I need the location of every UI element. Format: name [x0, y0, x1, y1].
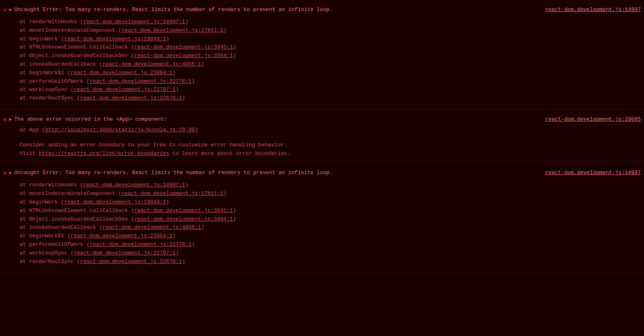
stack-link-1-6[interactable]: react-dom.development.js:23964:1	[71, 70, 173, 76]
consider-text-block: Consider adding an error boundary to you…	[0, 138, 644, 161]
stack-link-1-9[interactable]: react-dom.development.js:22670:1	[80, 95, 182, 101]
stack-link-3-7[interactable]: react-dom.development.js:22776:1	[90, 241, 192, 248]
stack-line-3-7: at performUnitOfWork (react-dom.developm…	[20, 241, 641, 249]
stack-line-3-6: at beginWork$1 (react-dom.development.js…	[20, 232, 641, 241]
stack-line-1-0: at renderWithHooks (react-dom.developmen…	[20, 18, 641, 27]
error-header-left-2: ✖ ▶ The above error occurred in the <App…	[3, 115, 539, 124]
stack-line-1-3: at HTMLUnknownElement.callCallback (reac…	[20, 43, 641, 52]
stack-line-1-1: at mountIndeterminateComponent (react-do…	[20, 27, 641, 35]
error-block-1: ✖ ▶ Uncaught Error: Too many re-renders.…	[0, 0, 644, 110]
stack-line-1-2: at beginWork (react-dom.development.js:1…	[20, 35, 641, 44]
error-header-1: ✖ ▶ Uncaught Error: Too many re-renders.…	[0, 3, 644, 17]
stack-link-3-9[interactable]: react-dom.development.js:22670:1	[80, 259, 182, 265]
stack-trace-1: at renderWithHooks (react-dom.developmen…	[0, 17, 644, 106]
stack-link-3-8[interactable]: react-dom.development.js:22707:1	[74, 250, 176, 256]
error-source-link-1[interactable]: react-dom.development.js:14997	[545, 6, 641, 14]
bundle-link[interactable]: http://localhost:3000/static/js/bundle.j…	[45, 127, 195, 133]
consider-text-2: Visit	[20, 150, 39, 157]
error-message-3: Uncaught Error: Too many re-renders. Rea…	[14, 169, 333, 177]
triangle-icon-2[interactable]: ▶	[9, 116, 12, 123]
stack-line-3-2: at beginWork (react-dom.development.js:1…	[20, 198, 641, 207]
consider-text-1: Consider adding an error boundary to you…	[20, 142, 287, 148]
stack-line-3-9: at renderRootSync (react-dom.development…	[20, 258, 641, 266]
stack-line-3-3: at HTMLUnknownElement.callCallback (reac…	[20, 207, 641, 215]
error-header-3: ✖ ▶ Uncaught Error: Too many re-renders.…	[0, 166, 644, 180]
error-block-2: ✖ ▶ The above error occurred in the <App…	[0, 110, 644, 163]
stack-link-1-5[interactable]: react-dom.development.js:4056:1	[102, 61, 201, 67]
stack-link-1-7[interactable]: react-dom.development.js:22776:1	[90, 78, 192, 84]
error-header-left-3: ✖ ▶ Uncaught Error: Too many re-renders.…	[3, 169, 539, 178]
error-block-3: ✖ ▶ Uncaught Error: Too many re-renders.…	[0, 163, 644, 273]
error-message-1: Uncaught Error: Too many re-renders. Rea…	[14, 6, 333, 14]
consider-text-3: to learn more about error boundaries.	[169, 150, 290, 157]
triangle-icon-1[interactable]: ▶	[9, 7, 12, 13]
app-stack-line: at App (http://localhost:3000/static/js/…	[20, 126, 641, 135]
stack-line-3-8: at workLoopSync (react-dom.development.j…	[20, 249, 641, 258]
stack-link-3-1[interactable]: react-dom.development.js:17811:1	[122, 190, 224, 197]
stack-line-3-4: at Object.invokeGuardedCallbackDev (reac…	[20, 215, 641, 224]
stack-trace-3: at renderWithHooks (react-dom.developmen…	[0, 180, 644, 269]
stack-link-3-4[interactable]: react-dom.development.js:3994:1	[134, 216, 233, 222]
stack-line-3-0: at renderWithHooks (react-dom.developmen…	[20, 181, 641, 190]
stack-link-1-1[interactable]: react-dom.development.js:17811:1	[122, 27, 224, 33]
stack-link-1-2[interactable]: react-dom.development.js:19049:1	[64, 36, 166, 42]
stack-line-1-5: at invokeGuardedCallback (react-dom.deve…	[20, 60, 641, 69]
error-icon-3: ✖	[3, 169, 7, 178]
error-header-2: ✖ ▶ The above error occurred in the <App…	[0, 113, 644, 125]
error-icon-1: ✖	[3, 6, 7, 15]
stack-line-1-7: at performUnitOfWork (react-dom.developm…	[20, 77, 641, 86]
stack-link-3-2[interactable]: react-dom.development.js:19049:1	[64, 199, 166, 205]
error-boundaries-link[interactable]: https://reactjs.org/link/error-boundarie…	[39, 150, 169, 157]
error-source-link-2[interactable]: react-dom.development.js:20085	[545, 115, 641, 124]
stack-line-1-6: at beginWork$1 (react-dom.development.js…	[20, 69, 641, 77]
error-header-left-1: ✖ ▶ Uncaught Error: Too many re-renders.…	[3, 6, 539, 15]
error-source-link-3[interactable]: react-dom.development.js:14997	[545, 169, 641, 177]
stack-line-1-4: at Object.invokeGuardedCallbackDev (reac…	[20, 52, 641, 60]
stack-line-3-5: at invokeGuardedCallback (react-dom.deve…	[20, 223, 641, 232]
stack-link-3-5[interactable]: react-dom.development.js:4056:1	[102, 224, 201, 230]
stack-link-1-8[interactable]: react-dom.development.js:22707:1	[74, 86, 176, 93]
stack-link-1-3[interactable]: react-dom.development.js:3945:1	[134, 44, 233, 50]
stack-line-1-8: at workLoopSync (react-dom.development.j…	[20, 86, 641, 94]
stack-line-3-1: at mountIndeterminateComponent (react-do…	[20, 190, 641, 198]
stack-line-1-9: at renderRootSync (react-dom.development…	[20, 94, 641, 103]
error-message-2: The above error occurred in the <App> co…	[14, 115, 167, 124]
stack-link-3-0[interactable]: react-dom.development.js:14997:1	[83, 182, 185, 188]
stack-link-3-6[interactable]: react-dom.development.js:23964:1	[71, 233, 173, 239]
stack-trace-2: at App (http://localhost:3000/static/js/…	[0, 125, 644, 138]
stack-link-1-0[interactable]: react-dom.development.js:14997:1	[83, 19, 185, 25]
error-icon-2: ✖	[3, 116, 7, 124]
triangle-icon-3[interactable]: ▶	[9, 170, 12, 177]
stack-link-1-4[interactable]: react-dom.development.js:3994:1	[134, 53, 233, 59]
stack-link-3-3[interactable]: react-dom.development.js:3945:1	[134, 208, 233, 214]
